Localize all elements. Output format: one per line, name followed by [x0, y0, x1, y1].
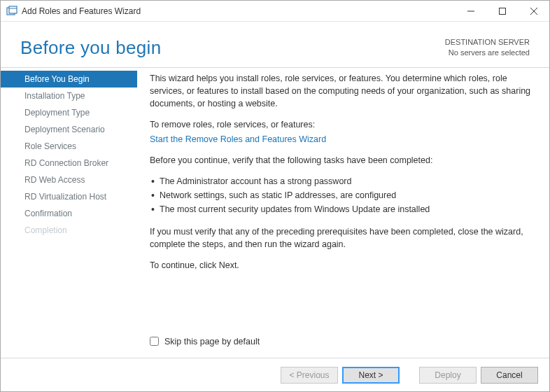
app-icon [6, 6, 17, 17]
sidebar-item-role-services[interactable]: Role Services [1, 138, 137, 155]
page-header: Before you begin DESTINATION SERVER No s… [1, 22, 549, 68]
title-bar: Add Roles and Features Wizard [1, 1, 549, 22]
skip-page-label: Skip this page by default [164, 335, 260, 348]
sidebar-item-before-you-begin[interactable]: Before You Begin [1, 71, 137, 88]
remove-roles-link[interactable]: Start the Remove Roles and Features Wiza… [150, 134, 326, 144]
prereq-item: The most current security updates from W… [150, 203, 533, 216]
previous-button: < Previous [281, 367, 338, 384]
sidebar-item-completion: Completion [1, 222, 137, 239]
sidebar-item-deployment-type[interactable]: Deployment Type [1, 104, 137, 121]
prereq-list: The Administrator account has a strong p… [150, 175, 533, 217]
verify-label: Before you continue, verify that the fol… [150, 154, 533, 167]
wizard-sidebar: Before You Begin Installation Type Deplo… [1, 68, 137, 358]
next-button[interactable]: Next > [342, 367, 400, 384]
sidebar-item-installation-type[interactable]: Installation Type [1, 88, 137, 104]
window-controls [455, 1, 549, 21]
maximize-button[interactable] [486, 1, 518, 21]
wizard-footer: < Previous Next > Deploy Cancel [1, 358, 549, 391]
prereq-item: The Administrator account has a strong p… [150, 175, 533, 188]
skip-page-row[interactable]: Skip this page by default [150, 335, 533, 358]
continue-hint: To continue, click Next. [150, 259, 533, 272]
window-title: Add Roles and Features Wizard [22, 6, 455, 16]
svg-rect-4 [499, 8, 505, 14]
cancel-button[interactable]: Cancel [481, 367, 538, 384]
destination-server-block: DESTINATION SERVER No servers are select… [445, 37, 530, 58]
intro-text: This wizard helps you install roles, rol… [150, 72, 533, 110]
sidebar-item-rd-connection-broker[interactable]: RD Connection Broker [1, 155, 137, 172]
close-hint: If you must verify that any of the prece… [150, 225, 533, 251]
sidebar-item-confirmation[interactable]: Confirmation [1, 205, 137, 222]
remove-label: To remove roles, role services, or featu… [150, 118, 533, 131]
destination-server-label: DESTINATION SERVER [445, 37, 530, 48]
prereq-item: Network settings, such as static IP addr… [150, 189, 533, 202]
destination-server-value: No servers are selected [445, 48, 530, 58]
svg-rect-1 [9, 6, 17, 13]
minimize-button[interactable] [455, 1, 486, 21]
sidebar-item-rd-web-access[interactable]: RD Web Access [1, 172, 137, 188]
close-button[interactable] [518, 1, 549, 21]
skip-page-checkbox[interactable] [150, 337, 159, 346]
wizard-body: Before You Begin Installation Type Deplo… [1, 68, 549, 358]
deploy-button: Deploy [419, 367, 477, 384]
page-title: Before you begin [20, 37, 161, 59]
wizard-content: This wizard helps you install roles, rol… [137, 68, 549, 358]
sidebar-item-deployment-scenario[interactable]: Deployment Scenario [1, 121, 137, 138]
sidebar-item-rd-virtualization-host[interactable]: RD Virtualization Host [1, 188, 137, 205]
